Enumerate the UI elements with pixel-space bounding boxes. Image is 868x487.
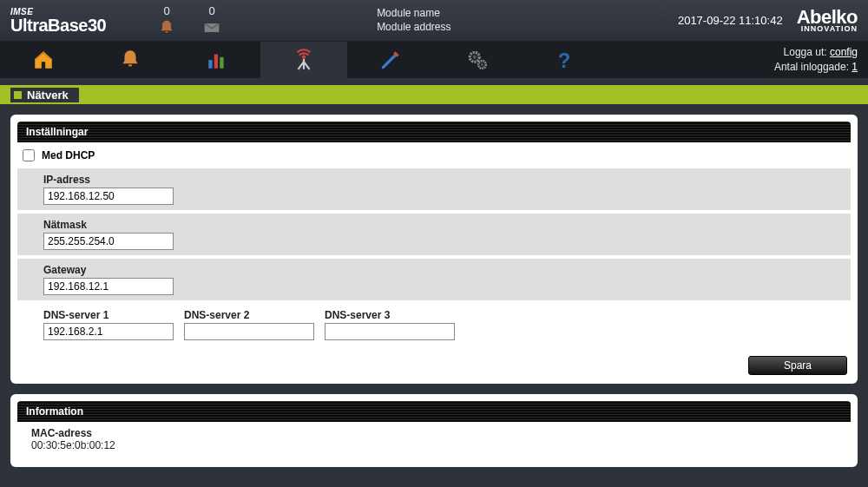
gateway-label: Gateway [43, 264, 840, 276]
gateway-row: Gateway [17, 259, 851, 304]
nav-home[interactable] [0, 42, 87, 78]
logout-label: Logga ut: [784, 46, 827, 58]
dns1-input[interactable] [43, 323, 174, 340]
logged-in-count-link[interactable]: 1 [852, 61, 858, 73]
info-body: MAC-adress 00:30:5e:0b:00:12 [17, 422, 851, 460]
top-header: IMSE UltraBase30 0 0 Module name Module … [0, 0, 868, 42]
bar-chart-icon [206, 49, 228, 71]
dns3-label: DNS-server 3 [325, 309, 455, 321]
brand-top: IMSE [10, 8, 106, 16]
nav-tools[interactable] [347, 42, 434, 78]
svg-rect-0 [208, 60, 212, 69]
bell-icon [119, 49, 141, 71]
save-row: Spara [17, 349, 851, 377]
abelko-logo-small: INNOVATION [801, 25, 858, 32]
navbar: ? Logga ut: config Antal inloggade: 1 [0, 42, 868, 78]
mac-label: MAC-adress [31, 427, 837, 439]
nav-stats[interactable] [174, 42, 260, 78]
dhcp-checkbox[interactable] [23, 149, 35, 161]
alarm-counter[interactable]: 0 [158, 4, 175, 36]
module-name-label: Module name [377, 7, 450, 21]
mail-icon [203, 19, 220, 36]
netmask-row: Nätmask [17, 214, 851, 259]
abelko-logo: Abelko INNOVATION [797, 9, 858, 33]
question-icon: ? [553, 49, 575, 71]
nav-help[interactable]: ? [521, 42, 608, 78]
home-icon [32, 49, 55, 71]
dhcp-row: Med DHCP [17, 142, 851, 168]
header-timestamp: 2017-09-22 11:10:42 [678, 14, 783, 27]
page-title-bar: Nätverk [0, 85, 868, 104]
settings-header: Inställningar [17, 122, 851, 142]
gears-icon [466, 49, 489, 71]
svg-text:?: ? [558, 49, 571, 71]
netmask-input[interactable] [43, 233, 174, 250]
dns3-input[interactable] [325, 323, 455, 340]
header-counters: 0 0 [158, 4, 220, 36]
information-card: Information MAC-adress 00:30:5e:0b:00:12 [10, 394, 858, 467]
dns2-label: DNS-server 2 [184, 309, 314, 321]
svg-rect-1 [214, 55, 218, 69]
information-header: Information [17, 401, 851, 422]
brand-name: UltraBase30 [10, 16, 106, 34]
mail-counter[interactable]: 0 [203, 4, 220, 36]
ip-row: IP-adress [17, 168, 851, 214]
ip-input[interactable] [43, 188, 174, 205]
svg-rect-2 [220, 57, 223, 69]
mail-count: 0 [209, 4, 215, 17]
svg-point-3 [302, 56, 306, 59]
netmask-label: Nätmask [43, 219, 840, 231]
antenna-icon [293, 49, 315, 71]
page-title: Nätverk [27, 88, 76, 102]
nav-communication[interactable] [260, 42, 347, 78]
dns2-input[interactable] [184, 323, 314, 340]
mac-value: 00:30:5e:0b:00:12 [31, 439, 837, 451]
nav-user-info: Logga ut: config Antal inloggade: 1 [774, 42, 868, 78]
module-address-label: Module address [377, 21, 450, 35]
logged-in-label: Antal inloggade: [774, 61, 849, 73]
gateway-input[interactable] [43, 278, 174, 295]
save-button[interactable]: Spara [748, 356, 847, 375]
settings-card: Inställningar Med DHCP IP-adress Nätmask… [10, 115, 858, 384]
alarm-count: 0 [164, 4, 170, 17]
logout-link[interactable]: config [830, 46, 858, 58]
svg-point-7 [481, 63, 483, 66]
screwdriver-icon [379, 49, 402, 71]
abelko-logo-big: Abelko [797, 9, 858, 26]
bell-icon [158, 19, 175, 36]
module-info: Module name Module address [377, 7, 450, 34]
dns-row: DNS-server 1 DNS-server 2 DNS-server 3 [17, 304, 851, 349]
brand-logo: IMSE UltraBase30 [10, 8, 106, 34]
dns1-label: DNS-server 1 [43, 309, 174, 321]
ip-label: IP-adress [43, 174, 840, 186]
nav-alarms[interactable] [87, 42, 174, 78]
dhcp-label: Med DHCP [42, 149, 95, 161]
svg-point-5 [473, 56, 477, 59]
nav-settings[interactable] [434, 42, 521, 78]
